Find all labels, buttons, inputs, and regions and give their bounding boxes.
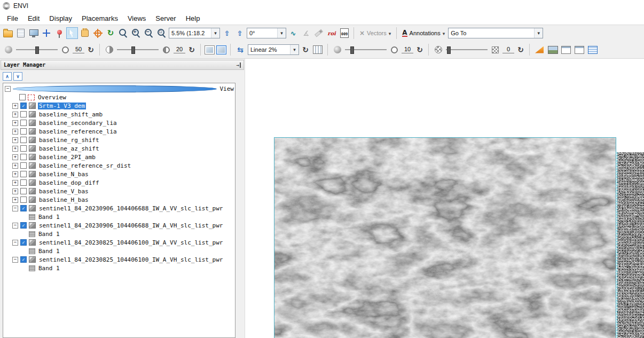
menu-item-display[interactable]: Display [44, 13, 77, 24]
transparency-slider-thumb[interactable] [447, 46, 451, 54]
chevron-down-icon[interactable] [277, 28, 286, 38]
layer-label[interactable]: baseline_rg_shift [38, 137, 100, 144]
layer-label[interactable]: baseline_az_shift [38, 145, 100, 152]
layer-label[interactable]: baseline_V_bas [38, 188, 90, 195]
rotate-refresh-icon[interactable]: ↻ [105, 27, 116, 39]
pixel-grid-icon[interactable] [587, 44, 599, 56]
chevron-down-icon[interactable] [211, 28, 219, 38]
zoom-out-icon[interactable]: − [143, 27, 155, 39]
contrast-slider-thumb[interactable] [131, 46, 135, 54]
go-to-location-icon[interactable] [41, 27, 52, 39]
layer-label[interactable]: Srtm-1_V3_dem [38, 103, 86, 109]
layer-checkbox[interactable] [20, 196, 27, 203]
sharpen-reset-button[interactable] [415, 45, 425, 54]
new-view-icon[interactable] [28, 27, 40, 39]
contrast-slider[interactable] [117, 45, 159, 54]
expand-all-button[interactable] [13, 72, 22, 81]
zoom-box-icon[interactable]: ▫ [156, 27, 168, 39]
layer-checkbox[interactable] [20, 137, 27, 143]
vectors-dropdown[interactable]: ×Vectors [357, 29, 393, 37]
expand-plus-icon[interactable]: + [12, 146, 18, 152]
rotation-combo[interactable]: 0° [247, 28, 286, 38]
open-file-icon[interactable] [2, 27, 14, 39]
equalize-panes-icon[interactable] [312, 44, 324, 56]
layer-checkbox[interactable] [20, 222, 27, 229]
spectral-wand-icon[interactable]: ∿ [287, 27, 299, 39]
roi-tool-icon[interactable]: roi [326, 27, 337, 39]
layer-label[interactable]: View [219, 85, 235, 92]
menu-item-help[interactable]: Help [181, 13, 205, 24]
expand-plus-icon[interactable]: + [12, 137, 18, 143]
collapse-minus-icon[interactable]: − [12, 240, 18, 246]
collapse-minus-icon[interactable]: − [12, 223, 18, 229]
annotation-pencil-icon[interactable] [313, 27, 325, 39]
layer-checkbox[interactable] [20, 171, 27, 177]
collapse-minus-icon[interactable]: − [12, 257, 18, 263]
overview-toggle-button[interactable] [216, 45, 226, 54]
chevron-down-icon[interactable] [290, 45, 299, 54]
layer-label[interactable]: baseline_N_bas [38, 171, 90, 178]
pin-panel-icon[interactable] [237, 62, 241, 68]
layer-label[interactable]: baseline_reference_lia [38, 128, 118, 135]
annotations-dropdown[interactable]: AAnnotations [400, 28, 447, 38]
link-views-icon[interactable]: ⇆ [234, 44, 246, 56]
layer-checkbox[interactable] [20, 120, 27, 126]
zoom-next-icon[interactable]: ⇧ [234, 27, 246, 39]
layer-checkbox[interactable] [20, 145, 27, 152]
raster-color-slice-icon[interactable] [533, 44, 545, 56]
zoom-window-icon[interactable] [117, 27, 129, 39]
menu-item-file[interactable]: File [2, 13, 23, 24]
dem-image[interactable] [274, 137, 616, 338]
menu-item-server[interactable]: Server [151, 13, 180, 24]
expand-plus-icon[interactable]: + [12, 171, 18, 177]
menu-item-edit[interactable]: Edit [23, 13, 44, 24]
crosshair-target-icon[interactable] [92, 27, 104, 39]
layer-checkbox[interactable] [20, 239, 27, 246]
brightness-value[interactable]: 50 [73, 46, 84, 53]
stretch-reset-button[interactable] [301, 45, 310, 54]
pan-hand-icon[interactable] [79, 27, 91, 39]
chevron-down-icon[interactable] [534, 28, 543, 38]
layer-label[interactable]: baseline_secondary_lia [38, 120, 118, 127]
zoom-previous-icon[interactable]: ⇧ [221, 27, 233, 39]
layer-label[interactable]: Band 1 [37, 214, 61, 221]
sharpen-value[interactable]: 10 [402, 46, 413, 53]
layer-manager-header[interactable]: Layer Manager [1, 60, 244, 70]
new-layer-panel-icon[interactable] [560, 44, 572, 56]
layer-checkbox[interactable] [20, 103, 27, 109]
brightness-reset-button[interactable] [86, 45, 96, 54]
layer-checkbox[interactable] [20, 205, 27, 211]
expand-plus-icon[interactable]: + [12, 188, 18, 194]
transparency-value[interactable]: 0 [502, 46, 514, 53]
menu-item-views[interactable]: Views [123, 13, 151, 24]
expand-plus-icon[interactable]: + [12, 103, 18, 109]
expand-plus-icon[interactable]: + [12, 197, 18, 203]
layer-label[interactable]: sentinel1_84_20230906_104406688_IW_A_VV_… [38, 205, 224, 212]
layer-checkbox[interactable] [20, 154, 27, 160]
contrast-reset-button[interactable] [187, 45, 197, 54]
layer-label[interactable]: baseline_dop_diff [38, 179, 100, 186]
transparency-reset-button[interactable] [516, 45, 525, 54]
layer-checkbox[interactable] [20, 162, 27, 169]
layer-label[interactable]: Overview [37, 94, 67, 101]
layer-label[interactable]: baseline_H_bas [38, 196, 90, 203]
layer-checkbox[interactable] [20, 188, 27, 194]
layer-label[interactable]: Band 1 [37, 231, 61, 238]
brightness-slider-thumb[interactable] [35, 46, 39, 54]
zoom-in-icon[interactable]: + [130, 27, 142, 39]
layer-label[interactable]: baseline_shift_amb [38, 111, 104, 118]
collapse-minus-icon[interactable]: − [5, 86, 11, 92]
expand-plus-icon[interactable]: + [12, 180, 18, 186]
layer-checkbox[interactable] [19, 94, 26, 100]
layer-label[interactable]: Band 1 [37, 265, 61, 272]
layer-checkbox[interactable] [20, 128, 27, 135]
select-arrow-icon[interactable] [66, 27, 78, 39]
contrast-value[interactable]: 20 [174, 46, 185, 53]
expand-plus-icon[interactable]: + [12, 120, 18, 126]
collapse-all-button[interactable] [3, 72, 12, 81]
collapse-minus-icon[interactable]: − [12, 206, 18, 211]
sar-strip-image[interactable] [617, 152, 644, 338]
expand-plus-icon[interactable]: + [12, 163, 18, 169]
portal-icon[interactable] [574, 44, 585, 56]
layer-label[interactable]: sentinel1_84_20230825_104406100_IW_A_VH_… [38, 256, 224, 263]
